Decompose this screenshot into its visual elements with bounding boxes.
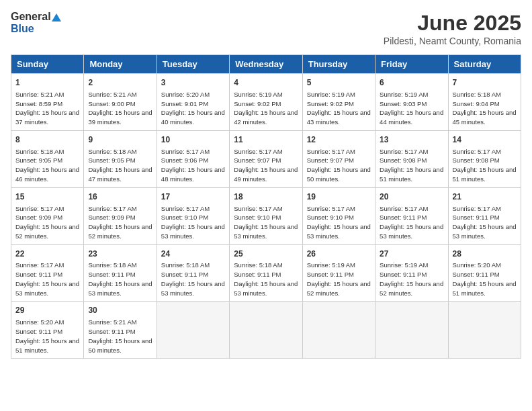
logo-triangle-icon [52,13,61,21]
logo-general-text: General [11,11,51,23]
table-row: 3Sunrise: 5:20 AM Sunset: 9:01 PM Daylig… [157,74,229,131]
table-row: 18Sunrise: 5:17 AM Sunset: 9:10 PM Dayli… [230,187,302,244]
table-row: 14Sunrise: 5:17 AM Sunset: 9:08 PM Dayli… [448,130,521,187]
table-row: 28Sunrise: 5:20 AM Sunset: 9:11 PM Dayli… [448,244,521,302]
table-row [230,302,302,359]
calendar-header-monday: Monday [84,55,157,74]
day-number: 16 [88,191,152,203]
table-row: 15Sunrise: 5:17 AM Sunset: 9:09 PM Dayli… [11,187,84,244]
table-row: 4Sunrise: 5:19 AM Sunset: 9:02 PM Daylig… [230,74,302,131]
day-info: Sunrise: 5:17 AM Sunset: 9:10 PM Dayligh… [161,204,225,241]
table-row: 30Sunrise: 5:21 AM Sunset: 9:11 PM Dayli… [84,302,157,359]
table-row [157,302,229,359]
table-row: 19Sunrise: 5:17 AM Sunset: 9:10 PM Dayli… [302,187,375,244]
day-info: Sunrise: 5:18 AM Sunset: 9:05 PM Dayligh… [15,147,79,184]
day-number: 22 [15,248,79,260]
day-info: Sunrise: 5:18 AM Sunset: 9:11 PM Dayligh… [88,261,152,298]
table-row: 20Sunrise: 5:17 AM Sunset: 9:11 PM Dayli… [375,187,448,244]
table-row: 7Sunrise: 5:18 AM Sunset: 9:04 PM Daylig… [448,74,521,131]
table-row: 8Sunrise: 5:18 AM Sunset: 9:05 PM Daylig… [11,130,84,187]
day-info: Sunrise: 5:21 AM Sunset: 9:11 PM Dayligh… [88,318,152,355]
calendar-header-saturday: Saturday [448,55,521,74]
day-info: Sunrise: 5:19 AM Sunset: 9:02 PM Dayligh… [307,90,371,127]
day-info: Sunrise: 5:18 AM Sunset: 9:11 PM Dayligh… [161,261,225,298]
day-number: 26 [307,248,371,260]
day-info: Sunrise: 5:18 AM Sunset: 9:04 PM Dayligh… [453,90,517,127]
day-number: 25 [234,248,298,260]
day-number: 8 [15,134,79,146]
calendar-header-thursday: Thursday [302,55,375,74]
day-info: Sunrise: 5:19 AM Sunset: 9:11 PM Dayligh… [307,261,371,298]
day-info: Sunrise: 5:17 AM Sunset: 9:11 PM Dayligh… [380,204,443,241]
day-number: 14 [453,134,517,146]
day-number: 7 [453,77,517,89]
day-info: Sunrise: 5:17 AM Sunset: 9:10 PM Dayligh… [307,204,371,241]
table-row: 16Sunrise: 5:17 AM Sunset: 9:09 PM Dayli… [84,187,157,244]
calendar-header-row: SundayMondayTuesdayWednesdayThursdayFrid… [11,55,521,74]
table-row: 22Sunrise: 5:17 AM Sunset: 9:11 PM Dayli… [11,244,84,302]
day-number: 19 [307,191,371,203]
day-info: Sunrise: 5:17 AM Sunset: 9:10 PM Dayligh… [234,204,298,241]
table-row [302,302,375,359]
day-number: 24 [161,248,225,260]
day-number: 30 [88,305,152,316]
table-row: 6Sunrise: 5:19 AM Sunset: 9:03 PM Daylig… [375,74,448,131]
table-row: 26Sunrise: 5:19 AM Sunset: 9:11 PM Dayli… [302,244,375,302]
table-row: 17Sunrise: 5:17 AM Sunset: 9:10 PM Dayli… [157,187,229,244]
day-info: Sunrise: 5:19 AM Sunset: 9:11 PM Dayligh… [380,261,443,298]
day-number: 11 [234,134,298,146]
title-section: June 2025 Pildesti, Neamt County, Romani… [384,11,521,46]
logo: General Blue [11,11,61,35]
header: General Blue June 2025 Pildesti, Neamt C… [11,11,521,46]
calendar-week-row: 15Sunrise: 5:17 AM Sunset: 9:09 PM Dayli… [11,187,521,244]
table-row: 12Sunrise: 5:17 AM Sunset: 9:07 PM Dayli… [302,130,375,187]
day-info: Sunrise: 5:20 AM Sunset: 9:11 PM Dayligh… [15,318,79,355]
day-number: 13 [380,134,443,146]
table-row: 1Sunrise: 5:21 AM Sunset: 8:59 PM Daylig… [11,74,84,131]
day-info: Sunrise: 5:17 AM Sunset: 9:07 PM Dayligh… [234,147,298,184]
table-row: 5Sunrise: 5:19 AM Sunset: 9:02 PM Daylig… [302,74,375,131]
day-number: 9 [88,134,152,146]
calendar-week-row: 22Sunrise: 5:17 AM Sunset: 9:11 PM Dayli… [11,244,521,302]
day-info: Sunrise: 5:17 AM Sunset: 9:11 PM Dayligh… [453,204,517,241]
day-info: Sunrise: 5:17 AM Sunset: 9:09 PM Dayligh… [15,204,79,241]
table-row: 11Sunrise: 5:17 AM Sunset: 9:07 PM Dayli… [230,130,302,187]
table-row: 27Sunrise: 5:19 AM Sunset: 9:11 PM Dayli… [375,244,448,302]
day-info: Sunrise: 5:17 AM Sunset: 9:11 PM Dayligh… [15,261,79,298]
day-number: 20 [380,191,443,203]
day-info: Sunrise: 5:17 AM Sunset: 9:08 PM Dayligh… [380,147,443,184]
calendar-header-tuesday: Tuesday [157,55,229,74]
day-number: 27 [380,248,443,260]
table-row [375,302,448,359]
calendar-header-friday: Friday [375,55,448,74]
day-info: Sunrise: 5:17 AM Sunset: 9:07 PM Dayligh… [307,147,371,184]
day-number: 29 [15,305,79,316]
day-info: Sunrise: 5:19 AM Sunset: 9:02 PM Dayligh… [234,90,298,127]
calendar-header-wednesday: Wednesday [230,55,302,74]
day-info: Sunrise: 5:18 AM Sunset: 9:05 PM Dayligh… [88,147,152,184]
day-info: Sunrise: 5:17 AM Sunset: 9:06 PM Dayligh… [161,147,225,184]
day-number: 28 [453,248,517,260]
table-row: 29Sunrise: 5:20 AM Sunset: 9:11 PM Dayli… [11,302,84,359]
table-row: 21Sunrise: 5:17 AM Sunset: 9:11 PM Dayli… [448,187,521,244]
day-number: 23 [88,248,152,260]
calendar-table: SundayMondayTuesdayWednesdayThursdayFrid… [11,54,521,359]
table-row: 10Sunrise: 5:17 AM Sunset: 9:06 PM Dayli… [157,130,229,187]
calendar-title: June 2025 [384,11,521,36]
table-row: 23Sunrise: 5:18 AM Sunset: 9:11 PM Dayli… [84,244,157,302]
table-row: 13Sunrise: 5:17 AM Sunset: 9:08 PM Dayli… [375,130,448,187]
day-info: Sunrise: 5:21 AM Sunset: 9:00 PM Dayligh… [88,90,152,127]
day-number: 6 [380,77,443,89]
day-info: Sunrise: 5:21 AM Sunset: 8:59 PM Dayligh… [15,90,79,127]
day-info: Sunrise: 5:17 AM Sunset: 9:08 PM Dayligh… [453,147,517,184]
day-number: 10 [161,134,225,146]
calendar-week-row: 29Sunrise: 5:20 AM Sunset: 9:11 PM Dayli… [11,302,521,359]
calendar-week-row: 1Sunrise: 5:21 AM Sunset: 8:59 PM Daylig… [11,74,521,131]
day-number: 1 [15,77,79,89]
day-number: 18 [234,191,298,203]
table-row: 2Sunrise: 5:21 AM Sunset: 9:00 PM Daylig… [84,74,157,131]
day-info: Sunrise: 5:19 AM Sunset: 9:03 PM Dayligh… [380,90,443,127]
table-row: 25Sunrise: 5:18 AM Sunset: 9:11 PM Dayli… [230,244,302,302]
day-number: 3 [161,77,225,89]
day-number: 4 [234,77,298,89]
